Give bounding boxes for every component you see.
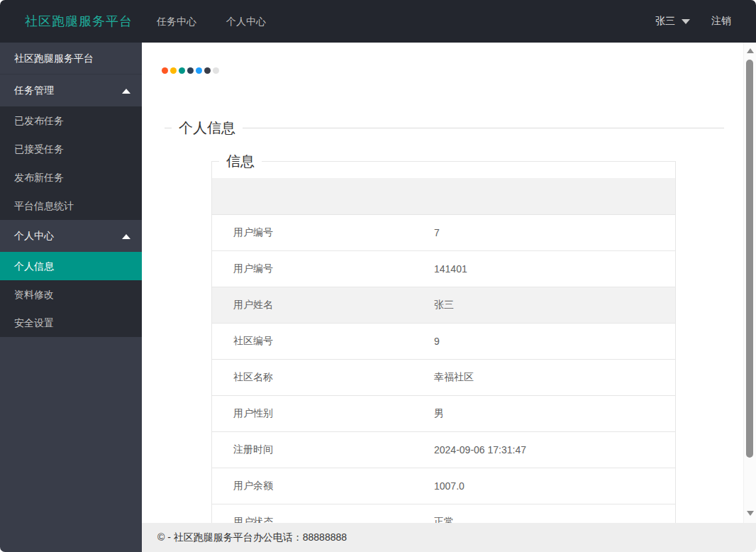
info-panel: 信息 用户编号 7 用户编号 141401 用户姓名 张 [211, 152, 676, 523]
nav-item-task-center[interactable]: 任务中心 [142, 0, 211, 43]
sidebar-item-platform-stats[interactable]: 平台信息统计 [0, 192, 142, 220]
sidebar-item-platform-home[interactable]: 社区跑腿服务平台 [0, 43, 142, 74]
dot-red-icon [162, 67, 168, 74]
section-title-field: 个人信息 [165, 118, 724, 138]
app-window: 社区跑腿服务平台 任务中心 个人中心 张三 注销 社区跑腿服务平台 任务管理 已… [0, 0, 756, 552]
row-value: 1007.0 [434, 468, 675, 504]
collapse-arrow-icon [122, 234, 130, 239]
dot-gray-icon [213, 67, 219, 74]
row-label: 用户状态 [212, 504, 434, 523]
dot-blue-icon [196, 67, 202, 74]
row-label: 用户余额 [212, 468, 434, 504]
app-logo[interactable]: 社区跑腿服务平台 [0, 13, 142, 30]
table-header-row [212, 178, 675, 214]
sidebar-item-new-task[interactable]: 发布新任务 [0, 163, 142, 192]
row-value: 男 [434, 395, 675, 431]
top-nav: 任务中心 个人中心 [142, 0, 281, 43]
sidebar-group-task-management[interactable]: 任务管理 [0, 74, 142, 106]
row-value: 2024-09-06 17:31:47 [434, 431, 675, 468]
sidebar-submenu-personal: 个人信息 资料修改 安全设置 [0, 252, 142, 337]
table-row: 用户编号 141401 [212, 250, 675, 287]
sidebar-item-accepted-tasks[interactable]: 已接受任务 [0, 135, 142, 163]
vertical-scrollbar[interactable] [743, 43, 756, 523]
sidebar-item-security-settings[interactable]: 安全设置 [0, 309, 142, 337]
sidebar-submenu-task: 已发布任务 已接受任务 发布新任务 平台信息统计 [0, 106, 142, 220]
row-label: 社区编号 [212, 323, 434, 359]
header-right: 张三 注销 [655, 15, 731, 28]
table-row: 用户状态 正常 [212, 504, 675, 523]
table-row: 社区编号 9 [212, 323, 675, 359]
sidebar-item-personal-info[interactable]: 个人信息 [0, 252, 142, 280]
table-row: 用户编号 7 [212, 214, 675, 250]
row-label: 用户姓名 [212, 287, 434, 323]
sidebar-group-label: 任务管理 [14, 84, 54, 96]
logout-button[interactable]: 注销 [711, 15, 731, 28]
user-name: 张三 [655, 15, 675, 28]
table-row: 注册时间 2024-09-06 17:31:47 [212, 431, 675, 468]
user-dropdown[interactable]: 张三 [655, 15, 690, 28]
row-value: 141401 [434, 250, 675, 287]
palette-dots [162, 67, 743, 74]
sidebar-group-label: 个人中心 [14, 230, 54, 241]
table-row: 用户性别 男 [212, 395, 675, 431]
footer-text: © - 社区跑腿服务平台办公电话：88888888 [157, 531, 347, 543]
sidebar-group-personal-center[interactable]: 个人中心 [0, 220, 142, 252]
collapse-arrow-icon [122, 89, 130, 94]
row-label: 社区名称 [212, 359, 434, 395]
table-row: 用户姓名 张三 [212, 287, 675, 323]
row-value: 幸福社区 [434, 359, 675, 395]
dot-black-icon [204, 67, 211, 74]
row-label: 用户编号 [212, 250, 434, 287]
row-value: 正常 [434, 504, 675, 523]
row-label: 注册时间 [212, 431, 434, 468]
row-value: 9 [434, 323, 675, 359]
info-panel-legend: 信息 [219, 152, 262, 171]
scrollbar-thumb[interactable] [746, 60, 753, 458]
row-value: 张三 [434, 287, 675, 323]
sidebar-item-published-tasks[interactable]: 已发布任务 [0, 106, 142, 135]
sidebar-item-profile-edit[interactable]: 资料修改 [0, 280, 142, 309]
table-row: 社区名称 幸福社区 [212, 359, 675, 395]
caret-down-icon [682, 19, 690, 24]
user-info-table: 用户编号 7 用户编号 141401 用户姓名 张三 社区编号 9 [212, 178, 675, 523]
row-label: 用户性别 [212, 395, 434, 431]
row-value: 7 [434, 214, 675, 250]
main-content: 个人信息 信息 用户编号 7 用户编号 141401 [142, 43, 743, 523]
dot-green-icon [179, 67, 185, 74]
row-label: 用户编号 [212, 214, 434, 250]
top-header: 社区跑腿服务平台 任务中心 个人中心 张三 注销 [0, 0, 756, 43]
footer: © - 社区跑腿服务平台办公电话：88888888 [142, 523, 756, 552]
scroll-up-arrow-icon[interactable] [747, 48, 754, 53]
page-title: 个人信息 [172, 118, 243, 138]
dot-orange-icon [170, 67, 177, 74]
dot-cyan-icon [187, 67, 194, 74]
scroll-down-arrow-icon[interactable] [747, 511, 754, 516]
nav-item-personal-center[interactable]: 个人中心 [211, 0, 281, 43]
table-row: 用户余额 1007.0 [212, 468, 675, 504]
sidebar: 社区跑腿服务平台 任务管理 已发布任务 已接受任务 发布新任务 平台信息统计 个… [0, 43, 142, 552]
